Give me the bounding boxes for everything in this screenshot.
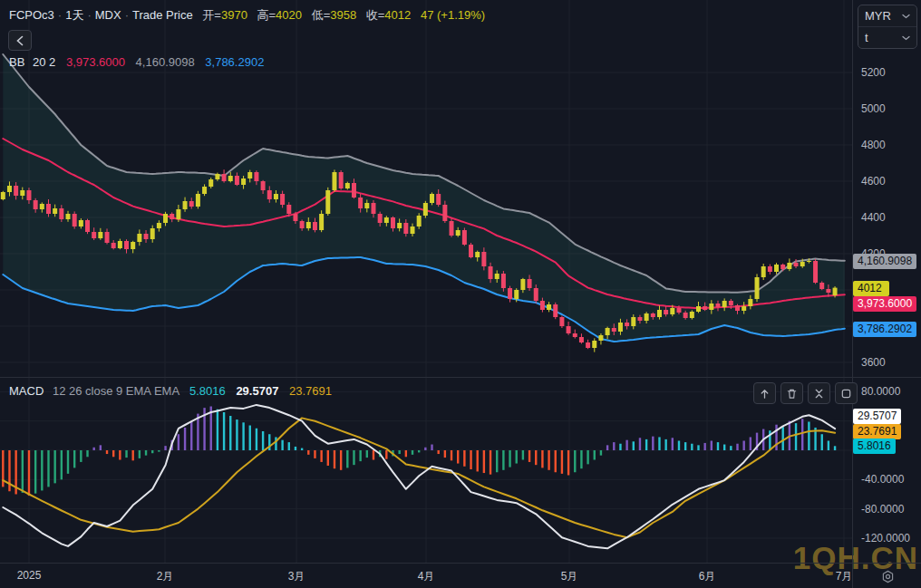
price-label-chip: 5.8016 (853, 439, 896, 454)
axis-tick-label: 3600 (861, 356, 886, 369)
price-type: Trade Price (132, 8, 193, 22)
open-label: 开= (202, 8, 221, 22)
close-value: 4012 (384, 8, 411, 22)
symbol-legend[interactable]: FCPOc3·1天·MDX·Trade Price 开=3970 高=4020 … (9, 7, 485, 24)
time-axis[interactable]: 20252月3月4月5月6月7月 (0, 564, 921, 588)
collapse-pane-button[interactable] (808, 382, 830, 404)
month-label: 5月 (561, 569, 578, 584)
axis-tick-label: 4600 (861, 175, 886, 188)
bb-indicator-legend[interactable]: BB 20 2 3,973.6000 4,160.9098 3,786.2902 (9, 55, 264, 69)
bb-params: 20 2 (33, 55, 55, 69)
axis-tick-label: 5200 (861, 66, 886, 79)
month-label: 2月 (157, 569, 174, 584)
axis-tick-label: -80.0000 (861, 503, 904, 516)
axis-tick-label: -120.0000 (861, 532, 910, 545)
maximize-pane-button[interactable] (835, 382, 858, 404)
axis-tick-label: 5000 (861, 102, 886, 115)
delete-pane-button[interactable] (780, 382, 803, 404)
pane-divider[interactable] (0, 377, 921, 378)
axis-tick-label: 4800 (861, 139, 886, 151)
axis-settings-button[interactable] (877, 566, 897, 586)
bb-lower-value: 3,786.2902 (205, 55, 264, 69)
price-axis[interactable]: MYR t 520050004800460044004200360080.000… (853, 0, 921, 563)
high-label: 高= (257, 8, 276, 22)
back-button[interactable] (8, 30, 32, 51)
macd-title: MACD (9, 384, 44, 398)
month-label: 3月 (288, 569, 305, 584)
collapse-icon (813, 388, 825, 400)
price-label-chip: 3,973.6000 (853, 296, 916, 312)
macd-line-value: 29.5707 (236, 384, 278, 398)
price-label-chip: 3,786.2902 (853, 322, 916, 337)
exchange: MDX (95, 8, 121, 22)
bb-upper-value: 4,160.9098 (136, 55, 195, 69)
trading-app: FCPOc3·1天·MDX·Trade Price 开=3970 高=4020 … (0, 0, 921, 588)
price-label-chip: 29.5707 (853, 409, 901, 424)
month-label: 7月 (836, 569, 853, 584)
currency-select[interactable]: MYR (858, 5, 916, 26)
close-label: 收= (366, 8, 385, 22)
low-label: 低= (312, 8, 331, 22)
change-value: 47 (+1.19%) (421, 8, 485, 22)
interval[interactable]: 1天 (65, 8, 83, 22)
time-axis-divider (0, 563, 921, 564)
axis-tick-label: 80.0000 (861, 385, 900, 398)
high-value: 4020 (276, 8, 302, 22)
axis-tick-label: 4400 (861, 211, 886, 224)
low-value: 3958 (330, 8, 356, 22)
currency-unit-selector: MYR t (858, 5, 917, 49)
maximize-icon (840, 388, 852, 400)
arrow-up-icon (759, 388, 771, 400)
move-pane-up-button[interactable] (753, 382, 776, 404)
chevron-left-icon (15, 35, 24, 46)
macd-indicator-legend[interactable]: MACD 12 26 close 9 EMA EMA 5.8016 29.570… (9, 384, 332, 398)
chevron-down-icon (902, 14, 910, 19)
month-label: 6月 (699, 569, 716, 584)
currency-value: MYR (865, 9, 891, 23)
axis-divider (852, 0, 853, 588)
axis-tick-label: -40.0000 (861, 473, 904, 486)
macd-chart-pane[interactable] (0, 378, 853, 563)
trash-icon (786, 388, 798, 400)
month-label: 2025 (17, 569, 42, 582)
macd-params: 12 26 close 9 EMA EMA (53, 384, 179, 398)
month-label: 4月 (418, 569, 435, 584)
macd-signal-value: 23.7691 (289, 384, 332, 398)
open-value: 3970 (221, 8, 247, 22)
pane-toolbar (753, 382, 858, 404)
chevron-down-icon (902, 35, 910, 41)
price-label-chip: 23.7691 (853, 424, 901, 439)
unit-value: t (865, 31, 868, 44)
price-label-chip: 4,160.9098 (853, 254, 916, 269)
bb-basis-value: 3,973.6000 (66, 55, 125, 69)
bb-title: BB (9, 55, 24, 69)
macd-hist-value: 5.8016 (189, 384, 226, 398)
settings-hexagon-icon (880, 569, 896, 584)
unit-select[interactable]: t (858, 26, 916, 48)
symbol-name[interactable]: FCPOc3 (9, 8, 54, 22)
price-label-chip: 4012 (853, 281, 889, 296)
